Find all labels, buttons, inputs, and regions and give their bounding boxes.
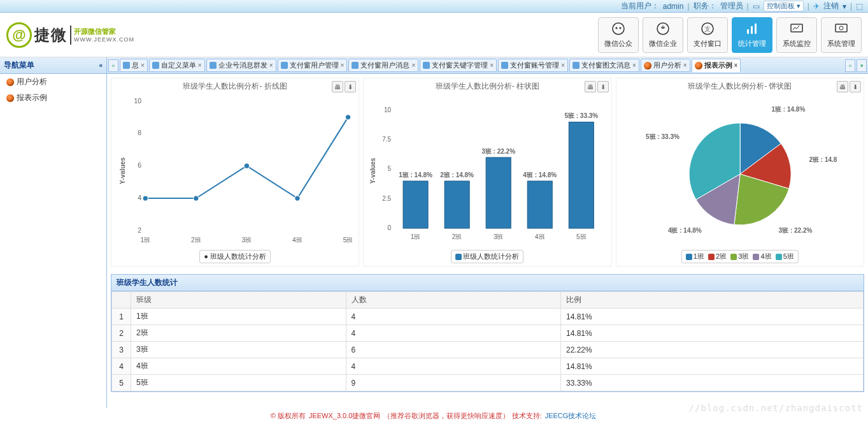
svg-text:4班: 4班 bbox=[535, 233, 545, 240]
svg-point-19 bbox=[194, 196, 199, 201]
sidebar-title: 导航菜单 bbox=[4, 60, 34, 71]
download-icon[interactable]: ⬇ bbox=[345, 81, 356, 92]
table-row[interactable]: 33班622.22% bbox=[112, 342, 864, 358]
tab-icon bbox=[281, 62, 288, 69]
globe-icon bbox=[6, 94, 14, 102]
site-link[interactable]: JEEWX_3.0.0捷微官网 bbox=[309, 412, 380, 419]
tab-支付窗账号管理[interactable]: 支付窗账号管理× bbox=[498, 59, 568, 72]
table-panel: 班级学生人数统计 班级人数比例 11班414.81%22班414.81%33班6… bbox=[111, 274, 864, 392]
svg-rect-36 bbox=[445, 181, 469, 228]
svg-text:1班 : 14.8%: 1班 : 14.8% bbox=[771, 106, 805, 113]
line-chart: 246810Y-values1班2班3班4班5班 bbox=[114, 94, 356, 247]
svg-rect-8 bbox=[755, 24, 757, 34]
chart-bar-panel: 🖶 ⬇ 班级学生人数比例分析- 柱状图 02.557.510Y-values1班… bbox=[363, 78, 611, 266]
module-支付窗口[interactable]: 支支付窗口 bbox=[687, 17, 728, 53]
svg-rect-10 bbox=[836, 24, 847, 32]
current-user-label: 当前用户： bbox=[621, 1, 659, 11]
svg-rect-40 bbox=[528, 181, 553, 228]
svg-point-20 bbox=[244, 163, 249, 168]
svg-point-0 bbox=[613, 23, 624, 34]
print-icon[interactable]: 🖶 bbox=[332, 81, 343, 92]
svg-text:3班 : 22.2%: 3班 : 22.2% bbox=[778, 227, 812, 234]
pie-legend-box[interactable]: 1班 2班 3班 4班 5班 bbox=[681, 250, 799, 263]
fullscreen-icon[interactable]: ⬚ bbox=[856, 2, 863, 11]
module-统计管理[interactable]: 统计管理 bbox=[732, 17, 772, 53]
tab-支付窗用户管理[interactable]: 支付窗用户管理× bbox=[278, 59, 348, 72]
tab-menu[interactable]: ▾ bbox=[857, 59, 867, 72]
print-icon[interactable]: 🖶 bbox=[837, 81, 848, 92]
print-icon[interactable]: 🖶 bbox=[585, 81, 596, 92]
divider: | bbox=[808, 2, 809, 11]
tab-scroll-left[interactable]: « bbox=[108, 59, 118, 72]
table-row[interactable]: 44班414.81% bbox=[112, 358, 864, 375]
download-icon[interactable]: ⬇ bbox=[850, 81, 861, 92]
tab-报表示例[interactable]: 报表示例× bbox=[692, 59, 741, 72]
svg-rect-9 bbox=[791, 24, 802, 32]
svg-point-1 bbox=[616, 27, 618, 29]
close-icon[interactable]: × bbox=[141, 62, 145, 69]
svg-text:4: 4 bbox=[138, 194, 141, 201]
close-icon[interactable]: × bbox=[411, 62, 415, 69]
sidebar-item-用户分析[interactable]: 用户分析 bbox=[0, 74, 106, 90]
tab-息[interactable]: 息× bbox=[120, 59, 148, 72]
table-row[interactable]: 55班933.33% bbox=[112, 375, 864, 391]
svg-text:6: 6 bbox=[138, 162, 141, 169]
divider: | bbox=[850, 2, 852, 11]
download-icon[interactable]: ⬇ bbox=[597, 81, 609, 92]
svg-text:支: 支 bbox=[704, 25, 711, 33]
legend-bar[interactable]: 班级人数统计分析 bbox=[451, 250, 523, 263]
tab-支付窗图文消息[interactable]: 支付窗图文消息× bbox=[569, 59, 639, 72]
svg-text:5班 : 33.3%: 5班 : 33.3% bbox=[646, 133, 679, 140]
module-微信公众[interactable]: 微信公众 bbox=[598, 17, 639, 53]
logout-link[interactable]: 注销 bbox=[823, 1, 839, 11]
tech-link[interactable]: JEECG技术论坛 bbox=[545, 412, 597, 419]
module-微信企业[interactable]: 微信企业 bbox=[643, 17, 683, 53]
collapse-sidebar-icon[interactable]: « bbox=[99, 62, 103, 69]
svg-rect-34 bbox=[403, 181, 428, 228]
close-icon[interactable]: × bbox=[561, 62, 565, 69]
header: @ 捷微 开源微信管家 WWW.JEEWX.COM 微信公众微信企业支支付窗口统… bbox=[0, 13, 868, 57]
globe-icon bbox=[695, 62, 702, 69]
close-icon[interactable]: × bbox=[490, 62, 494, 69]
chart-pie-panel: 🖶 ⬇ 班级学生人数比例分析- 饼状图 1班 : 14.8%2班 : 14.83… bbox=[616, 78, 864, 266]
table-row[interactable]: 11班414.81% bbox=[112, 309, 864, 325]
svg-text:5班: 5班 bbox=[343, 236, 353, 244]
logo-url: WWW.JEEWX.COM bbox=[74, 36, 134, 43]
tab-支付窗关键字管理[interactable]: 支付窗关键字管理× bbox=[420, 59, 497, 72]
svg-point-22 bbox=[345, 115, 350, 120]
svg-text:7.5: 7.5 bbox=[382, 136, 391, 143]
svg-text:3班: 3班 bbox=[494, 233, 504, 240]
main: 导航菜单 « 用户分析报表示例 « 息×自定义菜单×企业号消息群发×支付窗用户管… bbox=[0, 57, 868, 408]
logout-arrow[interactable]: ▾ bbox=[843, 2, 846, 11]
svg-text:4班 : 14.8%: 4班 : 14.8% bbox=[668, 227, 702, 234]
tab-icon bbox=[210, 62, 217, 69]
module-系统管理[interactable]: 系统管理 bbox=[821, 17, 862, 53]
globe-icon bbox=[644, 62, 651, 69]
close-icon[interactable]: × bbox=[683, 62, 687, 69]
module-系统监控[interactable]: 系统监控 bbox=[776, 17, 817, 53]
sidebar-item-报表示例[interactable]: 报表示例 bbox=[0, 90, 106, 106]
charts-row: 🖶 ⬇ 班级学生人数比例分析- 折线图 246810Y-values1班2班3班… bbox=[107, 74, 868, 270]
logo-main: 捷微 bbox=[34, 25, 68, 45]
col-班级: 班级 bbox=[131, 292, 346, 309]
tab-scroll-right[interactable]: » bbox=[845, 59, 855, 72]
chart-pie-title: 班级学生人数比例分析- 饼状图 bbox=[619, 81, 861, 92]
bar-chart: 02.557.510Y-values1班 : 14.8%2班 : 14.8%3班… bbox=[366, 94, 608, 247]
tab-企业号消息群发[interactable]: 企业号消息群发× bbox=[206, 59, 276, 72]
doc-icon[interactable]: ▭ bbox=[753, 2, 760, 11]
tab-支付窗用户消息[interactable]: 支付窗用户消息× bbox=[348, 59, 418, 72]
close-icon[interactable]: × bbox=[734, 62, 738, 69]
tab-bar: « 息×自定义菜单×企业号消息群发×支付窗用户管理×支付窗用户消息×支付窗关键字… bbox=[107, 57, 868, 74]
close-icon[interactable]: × bbox=[269, 62, 273, 69]
legend-line[interactable]: ● 班级人数统计分析 bbox=[199, 250, 271, 263]
close-icon[interactable]: × bbox=[198, 62, 202, 69]
table-row[interactable]: 22班414.81% bbox=[112, 325, 864, 342]
copyright-prefix: © 版权所有 bbox=[271, 412, 308, 419]
svg-point-11 bbox=[839, 26, 843, 30]
close-icon[interactable]: × bbox=[632, 62, 636, 69]
sidebar-header: 导航菜单 « bbox=[0, 57, 106, 74]
control-panel-button[interactable]: 控制面板 ▾ bbox=[764, 1, 804, 11]
tab-自定义菜单[interactable]: 自定义菜单× bbox=[149, 59, 205, 72]
close-icon[interactable]: × bbox=[341, 62, 345, 69]
tab-用户分析[interactable]: 用户分析× bbox=[641, 59, 690, 72]
